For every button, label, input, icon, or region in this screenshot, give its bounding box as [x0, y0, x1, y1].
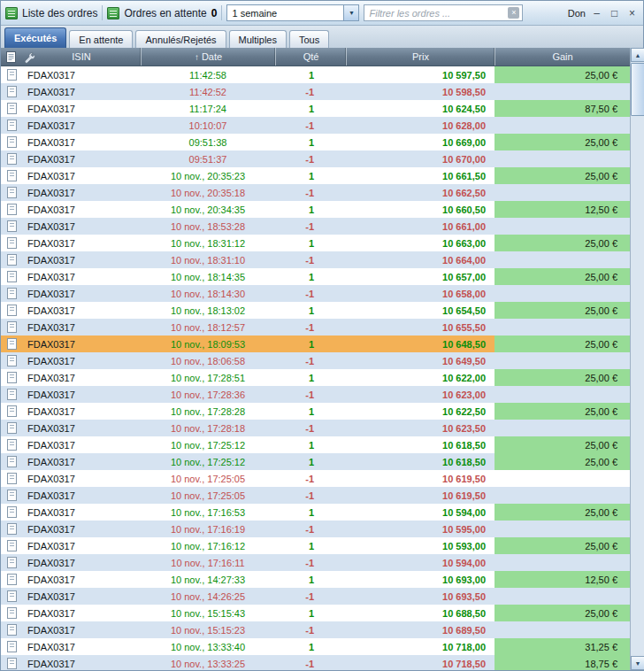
order-icon-cell [1, 621, 22, 638]
table-row[interactable]: FDAX031710 nov., 17:28:18-110 623,50 [1, 420, 630, 436]
table-row[interactable]: FDAX031710 nov., 15:15:23-110 689,50 [1, 621, 630, 638]
table-row[interactable]: FDAX031710 nov., 18:14:35110 657,0025,00… [1, 268, 630, 285]
tab-tous[interactable]: Tous [289, 30, 329, 48]
cell-isin: FDAX0317 [22, 302, 141, 319]
cell-gain [494, 420, 630, 436]
table-row[interactable]: FDAX031710 nov., 17:16:19-110 595,00 [1, 521, 630, 537]
tab-multiples[interactable]: Multiples [229, 30, 287, 48]
table-row[interactable]: FDAX031710 nov., 18:13:02110 654,5025,00… [1, 302, 630, 319]
table-row[interactable]: FDAX031710 nov., 17:25:12110 618,5025,00… [1, 453, 630, 470]
order-icon-cell [1, 66, 22, 83]
cell-qty: -1 [275, 420, 346, 436]
table-row[interactable]: FDAX031710 nov., 13:33:25-110 718,5018,7… [1, 655, 630, 670]
close-button[interactable]: × [625, 6, 639, 20]
tab-en-attente[interactable]: En attente [69, 30, 133, 48]
table-row[interactable]: FDAX031710 nov., 17:16:11-110 594,00 [1, 554, 630, 571]
table-row[interactable]: FDAX031710 nov., 18:12:57-110 655,50 [1, 319, 630, 336]
table-row[interactable]: FDAX031711:42:52-110 598,50 [1, 83, 630, 100]
cell-isin: FDAX0317 [22, 621, 141, 638]
cell-qty: 1 [275, 571, 346, 588]
chevron-down-icon[interactable]: ▼ [343, 5, 358, 20]
table-row[interactable]: FDAX031710 nov., 17:16:12110 593,0025,00… [1, 537, 630, 554]
table-row[interactable]: FDAX031710 nov., 18:31:12110 663,0025,00… [1, 235, 630, 251]
order-icon-cell [1, 352, 22, 369]
order-icon-cell [1, 319, 22, 336]
table-row[interactable]: FDAX031710 nov., 14:26:25-110 693,50 [1, 588, 630, 605]
cell-qty: 1 [275, 453, 346, 470]
cell-qty: -1 [275, 285, 346, 302]
cell-isin: FDAX0317 [22, 251, 141, 268]
cell-isin: FDAX0317 [22, 436, 141, 453]
table-row[interactable]: FDAX031710 nov., 18:14:30-110 658,00 [1, 285, 630, 302]
cell-price: 10 664,00 [346, 251, 494, 268]
table-row[interactable]: FDAX031710 nov., 14:27:33110 693,0012,50… [1, 571, 630, 588]
table-row[interactable]: FDAX031710 nov., 17:25:05-110 619,50 [1, 487, 630, 504]
table-row[interactable]: FDAX031710 nov., 20:35:23110 661,5025,00… [1, 167, 630, 184]
tab-annules-rejetes[interactable]: Annulés/Rejetés [135, 30, 226, 48]
order-document-icon [7, 506, 17, 518]
cell-price: 10 688,50 [346, 605, 494, 621]
cell-isin: FDAX0317 [22, 554, 141, 571]
table-row[interactable]: FDAX031710 nov., 17:25:12110 618,5025,00… [1, 436, 630, 453]
order-icon-cell [1, 285, 22, 302]
order-document-icon [7, 204, 17, 215]
column-header-price[interactable]: Prix [346, 48, 494, 66]
cell-isin: FDAX0317 [22, 66, 141, 83]
scrollbar-thumb[interactable] [631, 63, 644, 116]
column-header-gain[interactable]: Gain [494, 48, 630, 66]
period-select[interactable]: 1 semaine ▼ [226, 4, 359, 21]
table-row[interactable]: FDAX031710 nov., 15:15:43110 688,5025,00… [1, 605, 630, 621]
scroll-down-icon[interactable]: ▼ [631, 656, 644, 670]
wrench-icon[interactable] [22, 50, 37, 65]
filter-input[interactable] [364, 6, 508, 19]
table-row[interactable]: FDAX031710 nov., 17:28:51110 622,0025,00… [1, 369, 630, 386]
table-row[interactable]: FDAX031710:10:07-110 628,00 [1, 117, 630, 134]
table-row[interactable]: FDAX031710 nov., 13:33:40110 718,0031,25… [1, 638, 630, 655]
orders-list-icon [5, 7, 18, 19]
table-row[interactable]: FDAX031711:42:58110 597,5025,00 € [1, 66, 630, 83]
scroll-up-icon[interactable]: ▲ [631, 48, 644, 62]
cell-price: 10 594,00 [346, 504, 494, 521]
cell-isin: FDAX0317 [22, 100, 141, 117]
column-header-isin[interactable]: ISIN [22, 48, 141, 66]
table-area: ISIN ↑ Date Qté Prix Gain FDAX031711:42:… [1, 48, 643, 670]
table-row[interactable]: FDAX031710 nov., 17:28:36-110 623,00 [1, 386, 630, 403]
column-header-qty[interactable]: Qté [275, 48, 346, 66]
table-row[interactable]: FDAX031710 nov., 18:06:58-110 649,50 [1, 352, 630, 369]
cell-qty: 1 [275, 100, 346, 117]
table-row[interactable]: FDAX031710 nov., 18:09:53110 648,5025,00… [1, 336, 630, 352]
cell-isin: FDAX0317 [22, 605, 141, 621]
vertical-scrollbar[interactable]: ▲ ▼ [630, 48, 644, 670]
cell-isin: FDAX0317 [22, 588, 141, 605]
cell-gain: 12,50 € [494, 571, 630, 588]
cell-qty: -1 [275, 588, 346, 605]
cell-qty: -1 [275, 352, 346, 369]
scrollbar-track[interactable] [631, 62, 644, 656]
table-row[interactable]: FDAX031709:51:37-110 670,00 [1, 150, 630, 167]
order-document-icon [7, 439, 17, 451]
cell-gain [494, 319, 630, 336]
column-header-date[interactable]: ↑ Date [141, 48, 275, 66]
cell-gain [494, 521, 630, 537]
cell-date: 10 nov., 17:28:36 [141, 386, 275, 403]
table-row[interactable]: FDAX031710 nov., 17:28:28110 622,5025,00… [1, 403, 630, 420]
cell-date: 10 nov., 17:28:28 [141, 403, 275, 420]
maximize-button[interactable]: □ [608, 6, 621, 20]
cell-date: 10 nov., 17:25:05 [141, 487, 275, 504]
table-row[interactable]: FDAX031710 nov., 18:53:28-110 661,00 [1, 218, 630, 235]
table-row[interactable]: FDAX031711:17:24110 624,5087,50 € [1, 100, 630, 117]
table-row[interactable]: FDAX031710 nov., 20:34:35110 660,5012,50… [1, 201, 630, 218]
clear-filter-icon[interactable]: × [508, 7, 519, 19]
minimize-button[interactable]: – [590, 6, 603, 20]
order-document-icon [7, 490, 17, 501]
table-row[interactable]: FDAX031710 nov., 17:16:53110 594,0025,00… [1, 504, 630, 521]
table-row[interactable]: FDAX031709:51:38110 669,0025,00 € [1, 134, 630, 150]
table-row[interactable]: FDAX031710 nov., 17:25:05-110 619,50 [1, 470, 630, 487]
table-row[interactable]: FDAX031710 nov., 18:31:10-110 664,00 [1, 251, 630, 268]
cell-qty: 1 [275, 504, 346, 521]
table-row[interactable]: FDAX031710 nov., 20:35:18-110 662,50 [1, 184, 630, 201]
tab-executes[interactable]: Exécutés [4, 27, 66, 48]
cell-gain: 25,00 € [494, 453, 630, 470]
cell-gain: 25,00 € [494, 537, 630, 554]
document-icon[interactable] [4, 50, 19, 65]
